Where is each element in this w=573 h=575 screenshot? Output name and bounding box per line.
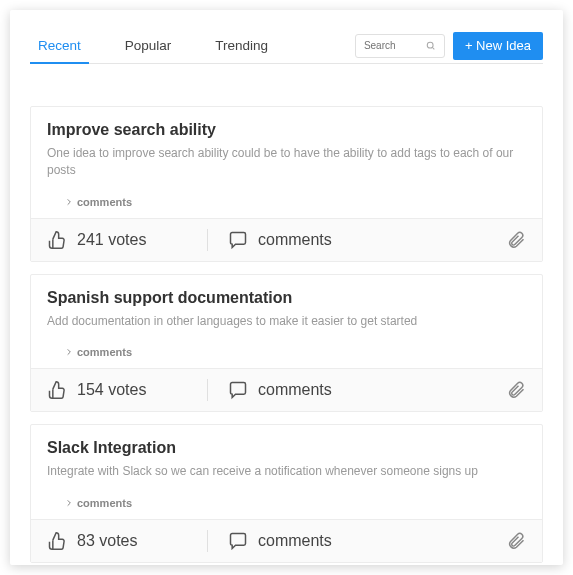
attachment-button[interactable] xyxy=(506,380,526,400)
tab-recent[interactable]: Recent xyxy=(30,28,89,63)
vote-button[interactable]: 154 votes xyxy=(47,380,187,400)
svg-line-1 xyxy=(432,47,434,49)
paperclip-icon xyxy=(506,230,526,250)
idea-card: Improve search ability One idea to impro… xyxy=(30,106,543,262)
idea-footer: 241 votes comments xyxy=(31,218,542,261)
idea-body: Improve search ability One idea to impro… xyxy=(31,107,542,218)
vote-count: 154 votes xyxy=(77,381,146,399)
thumbs-up-icon xyxy=(47,380,67,400)
search-icon xyxy=(426,41,436,51)
topbar: Recent Popular Trending + New Idea xyxy=(30,28,543,64)
comment-icon xyxy=(228,230,248,250)
comments-toggle[interactable]: comments xyxy=(65,196,526,208)
comments-label: comments xyxy=(258,231,332,249)
idea-card: Slack Integration Integrate with Slack s… xyxy=(30,424,543,562)
idea-body: Spanish support documentation Add docume… xyxy=(31,275,542,368)
tab-label: Recent xyxy=(38,38,81,53)
vote-button[interactable]: 241 votes xyxy=(47,230,187,250)
comments-toggle-label: comments xyxy=(77,196,132,208)
divider xyxy=(207,530,208,552)
tab-label: Trending xyxy=(215,38,268,53)
chevron-right-icon xyxy=(65,348,73,356)
comments-button[interactable]: comments xyxy=(228,531,332,551)
comment-icon xyxy=(228,380,248,400)
comments-label: comments xyxy=(258,532,332,550)
paperclip-icon xyxy=(506,531,526,551)
idea-description: Integrate with Slack so we can receive a… xyxy=(47,463,526,480)
idea-description: Add documentation in other languages to … xyxy=(47,313,526,330)
ideas-panel: Recent Popular Trending + New Idea Impro… xyxy=(10,10,563,565)
chevron-right-icon xyxy=(65,499,73,507)
svg-point-0 xyxy=(427,42,433,48)
idea-title: Improve search ability xyxy=(47,121,526,139)
idea-card: Spanish support documentation Add docume… xyxy=(30,274,543,412)
tab-popular[interactable]: Popular xyxy=(117,28,180,63)
tab-trending[interactable]: Trending xyxy=(207,28,276,63)
comments-toggle[interactable]: comments xyxy=(65,497,526,509)
idea-description: One idea to improve search ability could… xyxy=(47,145,526,180)
search-input[interactable] xyxy=(364,40,426,51)
comments-toggle-label: comments xyxy=(77,346,132,358)
comments-button[interactable]: comments xyxy=(228,230,332,250)
comments-label: comments xyxy=(258,381,332,399)
idea-title: Spanish support documentation xyxy=(47,289,526,307)
comments-button[interactable]: comments xyxy=(228,380,332,400)
divider xyxy=(207,379,208,401)
comment-icon xyxy=(228,531,248,551)
tab-label: Popular xyxy=(125,38,172,53)
divider xyxy=(207,229,208,251)
vote-count: 241 votes xyxy=(77,231,146,249)
idea-footer: 83 votes comments xyxy=(31,519,542,562)
vote-count: 83 votes xyxy=(77,532,137,550)
thumbs-up-icon xyxy=(47,531,67,551)
paperclip-icon xyxy=(506,380,526,400)
thumbs-up-icon xyxy=(47,230,67,250)
idea-title: Slack Integration xyxy=(47,439,526,457)
chevron-right-icon xyxy=(65,198,73,206)
ideas-list: Improve search ability One idea to impro… xyxy=(30,64,543,563)
new-idea-label: + New Idea xyxy=(465,38,531,53)
comments-toggle-label: comments xyxy=(77,497,132,509)
comments-toggle[interactable]: comments xyxy=(65,346,526,358)
new-idea-button[interactable]: + New Idea xyxy=(453,32,543,60)
idea-body: Slack Integration Integrate with Slack s… xyxy=(31,425,542,518)
attachment-button[interactable] xyxy=(506,230,526,250)
search-box[interactable] xyxy=(355,34,445,58)
tabs: Recent Popular Trending xyxy=(30,28,355,63)
attachment-button[interactable] xyxy=(506,531,526,551)
vote-button[interactable]: 83 votes xyxy=(47,531,187,551)
idea-footer: 154 votes comments xyxy=(31,368,542,411)
